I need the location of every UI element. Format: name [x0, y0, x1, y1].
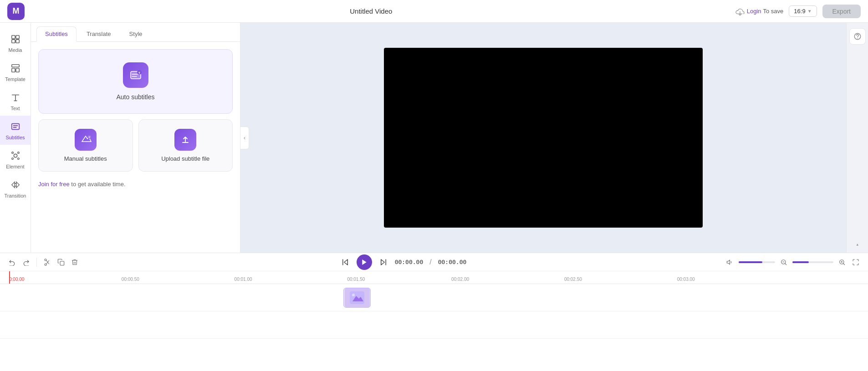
svg-line-34 [843, 263, 845, 264]
upload-subtitle-icon [174, 129, 196, 151]
svg-point-12 [11, 152, 13, 154]
svg-marker-26 [362, 259, 366, 265]
ruler-mark-4: 00:02.00 [451, 277, 469, 282]
ratio-selector[interactable]: 16:9 ▼ [789, 5, 817, 17]
fullscreen-button[interactable] [851, 257, 861, 267]
sidebar-item-transition[interactable]: Transition [0, 174, 31, 203]
text-label: Text [10, 106, 20, 111]
total-time: 00:00.00 [438, 259, 467, 265]
timeline-controls: 00:00.00 / 00:00.00 [0, 253, 868, 271]
media-clip[interactable] [343, 288, 371, 308]
element-icon [9, 149, 22, 162]
ruler-mark-0: 0:00.00 [9, 277, 24, 282]
subtitles-label: Subtitles [5, 135, 25, 140]
preview-canvas [384, 48, 703, 228]
right-controls [725, 257, 861, 267]
panel-content: T Auto subtitles Manual subtitles [31, 42, 240, 253]
undo-button[interactable] [7, 257, 17, 267]
manual-subtitles-card[interactable]: Manual subtitles [38, 119, 133, 172]
ruler-mark-6: 00:03.00 [677, 277, 695, 282]
ratio-value: 16:9 [794, 8, 805, 15]
zoom-slider[interactable] [792, 261, 833, 263]
export-button[interactable]: Export [822, 5, 861, 18]
sidebar-nav: Media Template Text [0, 23, 31, 253]
transition-icon [9, 178, 22, 191]
volume-slider[interactable] [739, 261, 775, 263]
login-area: Login To save [735, 7, 784, 15]
volume-fill [739, 261, 762, 263]
tab-style[interactable]: Style [121, 26, 151, 41]
tab-translate[interactable]: Translate [78, 26, 119, 41]
sidebar-item-template[interactable]: Template [0, 57, 31, 86]
redo-button[interactable] [21, 257, 31, 267]
auto-subtitles-label: Auto subtitles [116, 93, 154, 101]
chat-button[interactable] [849, 28, 866, 45]
delete-button[interactable] [70, 257, 80, 267]
subtitles-icon [9, 120, 22, 133]
right-sidebar: ▾ [846, 23, 868, 253]
svg-point-14 [11, 158, 13, 160]
ruler-mark-2: 00:01.00 [235, 277, 252, 282]
svg-rect-7 [15, 68, 19, 72]
media-label: Media [9, 47, 22, 53]
svg-line-30 [785, 263, 786, 264]
skip-forward-button[interactable] [377, 255, 390, 269]
join-link[interactable]: Join for free [38, 181, 70, 188]
top-right-controls: Login To save 16:9 ▼ Export [735, 5, 861, 18]
timeline-tracks [0, 284, 868, 371]
preview-area: ‹ [240, 23, 846, 253]
svg-rect-2 [15, 36, 19, 39]
panel-tabs: Subtitles Translate Style [31, 23, 240, 42]
bottom-section: 00:00.00 / 00:00.00 [0, 253, 868, 371]
sidebar-item-text[interactable]: Text [0, 86, 31, 116]
time-separator: / [429, 258, 431, 266]
copy-button[interactable] [56, 257, 66, 267]
svg-rect-5 [11, 65, 19, 67]
tab-subtitles[interactable]: Subtitles [36, 26, 77, 42]
volume-icon[interactable] [725, 257, 735, 267]
zoom-in-button[interactable] [837, 257, 847, 267]
divider1 [36, 258, 37, 267]
text-icon [9, 91, 22, 104]
svg-text:T: T [138, 71, 140, 75]
cut-button[interactable] [42, 257, 52, 267]
panel: Subtitles Translate Style T Auto subtitl… [31, 23, 240, 253]
template-label: Template [5, 76, 26, 82]
ratio-chevron-icon: ▼ [807, 9, 812, 14]
playhead [9, 271, 10, 284]
top-bar: M Untitled Video Login To save 16:9 ▼ Ex… [0, 0, 868, 23]
play-button[interactable] [357, 254, 372, 270]
svg-point-11 [14, 154, 17, 157]
timeline-ruler: 0:00.00 00:00.50 00:01.00 00:01.50 00:02… [0, 271, 868, 284]
clip-thumbnail [345, 288, 370, 307]
track-row-video [0, 284, 868, 311]
login-link[interactable]: Login [747, 8, 761, 15]
cloud-save-icon [735, 7, 745, 15]
upload-subtitle-card[interactable]: Upload subtitle file [138, 119, 233, 172]
transition-label: Transition [5, 193, 26, 198]
svg-marker-27 [727, 260, 730, 264]
svg-rect-25 [60, 261, 64, 265]
sidebar-item-subtitles[interactable]: Subtitles [0, 116, 31, 145]
subtitle-options-row: Manual subtitles Upload subtitle file [38, 119, 233, 172]
element-label: Element [6, 164, 24, 169]
playback-controls: 00:00.00 / 00:00.00 [83, 254, 721, 270]
ruler-mark-5: 00:02.50 [564, 277, 582, 282]
collapse-panel-button[interactable]: ‹ [240, 127, 249, 149]
zoom-out-button[interactable] [779, 257, 789, 267]
svg-rect-3 [11, 40, 15, 43]
upload-subtitle-label: Upload subtitle file [161, 155, 209, 162]
ruler-mark-1: 00:00.50 [122, 277, 139, 282]
sidebar-item-element[interactable]: Element [0, 145, 31, 174]
join-banner: Join for free to get available time. [38, 181, 233, 188]
sidebar-item-media[interactable]: Media [0, 28, 31, 57]
svg-point-24 [45, 259, 46, 260]
svg-point-23 [45, 264, 46, 265]
svg-point-13 [17, 152, 19, 154]
auto-subtitles-icon: T [123, 62, 148, 88]
auto-subtitles-card[interactable]: T Auto subtitles [38, 49, 233, 114]
zoom-fill [792, 261, 809, 263]
skip-back-button[interactable] [338, 255, 352, 269]
media-icon [9, 33, 22, 46]
current-time: 00:00.00 [395, 259, 424, 265]
